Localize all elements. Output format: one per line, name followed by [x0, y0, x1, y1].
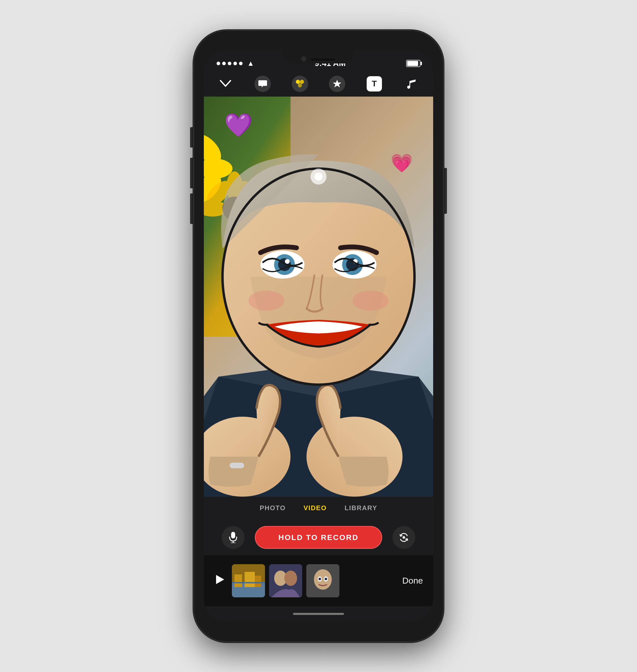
- svg-point-32: [249, 291, 284, 311]
- clip-thumb-3[interactable]: [306, 564, 340, 597]
- mute-button[interactable]: [190, 127, 193, 148]
- svg-rect-35: [230, 462, 244, 468]
- svg-point-1: [300, 80, 304, 84]
- photo-mode[interactable]: PHOTO: [260, 504, 286, 512]
- svg-point-0: [296, 80, 300, 84]
- signal-dot-5: [239, 62, 242, 65]
- speech-bubble-icon: [255, 76, 271, 92]
- mode-selector: PHOTO VIDEO LIBRARY: [204, 497, 433, 520]
- battery-icon: [406, 60, 420, 67]
- power-button[interactable]: [444, 168, 447, 214]
- svg-point-39: [314, 172, 322, 180]
- purple-heart-emoji: 💜: [224, 112, 253, 139]
- video-mode[interactable]: VIDEO: [304, 504, 327, 512]
- svg-point-33: [352, 291, 388, 311]
- battery-area: [406, 60, 420, 67]
- volume-down-button[interactable]: [190, 194, 193, 224]
- svg-point-54: [314, 569, 332, 590]
- svg-rect-46: [234, 575, 242, 587]
- favorites-button[interactable]: [328, 75, 346, 93]
- svg-point-27: [285, 259, 290, 264]
- hold-to-record-button[interactable]: HOLD TO RECORD: [255, 526, 382, 549]
- signal-dot-3: [228, 62, 231, 65]
- svg-point-57: [318, 578, 321, 580]
- home-indicator: [204, 606, 433, 621]
- notch: [283, 51, 354, 63]
- effects-button[interactable]: [291, 75, 309, 93]
- speaker: [310, 58, 336, 61]
- clip-thumb-2[interactable]: [269, 564, 302, 597]
- camera-content: 💜 💗: [204, 96, 433, 497]
- star-icon: [329, 76, 345, 92]
- done-button[interactable]: Done: [402, 576, 423, 586]
- play-button[interactable]: [214, 574, 225, 588]
- text-T-icon: T: [367, 76, 382, 91]
- phone-shell: ▲ 9:41 AM: [194, 30, 443, 642]
- svg-rect-48: [255, 576, 261, 587]
- battery-fill: [407, 61, 418, 66]
- phone-screen: ▲ 9:41 AM: [204, 51, 433, 621]
- pink-heart-emoji: 💗: [390, 153, 413, 174]
- svg-point-43: [403, 536, 405, 539]
- record-bar: HOLD TO RECORD: [204, 520, 433, 555]
- toolbar: T: [204, 71, 433, 96]
- signal-dot-1: [217, 62, 220, 65]
- music-button[interactable]: [403, 75, 420, 93]
- signal-dot-2: [222, 62, 226, 65]
- effects-icon: [292, 76, 308, 92]
- signal-area: ▲: [217, 59, 254, 68]
- timeline-strip: Done: [204, 555, 433, 606]
- flip-camera-button[interactable]: [393, 526, 415, 549]
- svg-rect-40: [231, 532, 235, 539]
- text-button[interactable]: T: [365, 75, 383, 93]
- speech-bubble-button[interactable]: [254, 75, 272, 93]
- svg-point-58: [325, 578, 327, 580]
- page-wrapper: ▲ 9:41 AM: [0, 0, 637, 672]
- svg-rect-47: [244, 572, 255, 587]
- home-bar: [293, 613, 344, 615]
- clip-thumb-1[interactable]: [232, 564, 265, 597]
- svg-point-2: [298, 83, 302, 87]
- front-camera: [301, 56, 306, 61]
- volume-up-button[interactable]: [190, 158, 193, 188]
- camera-view: 💜 💗: [204, 96, 433, 497]
- mic-button[interactable]: [222, 526, 244, 549]
- svg-rect-49: [232, 582, 265, 583]
- svg-point-52: [284, 570, 297, 586]
- wifi-icon: ▲: [247, 59, 254, 68]
- chevron-down-button[interactable]: [217, 75, 234, 93]
- signal-dot-4: [233, 62, 237, 65]
- library-mode[interactable]: LIBRARY: [345, 504, 377, 512]
